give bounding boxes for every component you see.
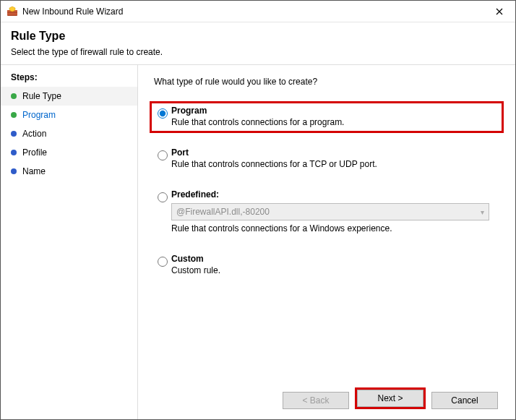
window-title: New Inbound Rule Wizard — [22, 7, 483, 17]
step-label: Program — [22, 108, 130, 121]
firewall-icon — [7, 6, 18, 17]
option-custom[interactable]: Custom Custom rule. — [150, 249, 504, 281]
steps-title: Steps: — [1, 69, 137, 87]
radio-custom[interactable] — [158, 257, 168, 267]
option-port[interactable]: Port Rule that controls connections for … — [150, 143, 504, 175]
option-predefined-desc: Rule that controls connections for a Win… — [171, 223, 498, 233]
rule-type-options: Program Rule that controls connections f… — [150, 101, 504, 281]
bullet-icon — [11, 131, 17, 137]
bullet-icon — [11, 150, 17, 155]
bullet-icon — [11, 93, 17, 99]
step-label: Action — [22, 127, 130, 140]
option-custom-desc: Custom rule. — [171, 265, 498, 275]
next-button-highlight: Next > — [355, 387, 426, 409]
step-label: Name — [22, 165, 130, 178]
step-rule-type[interactable]: Rule Type — [1, 87, 137, 106]
radio-predefined[interactable] — [158, 192, 168, 202]
radio-program[interactable] — [158, 108, 168, 119]
step-profile[interactable]: Profile — [1, 143, 137, 162]
step-label: Profile — [22, 146, 130, 159]
option-port-label: Port — [171, 147, 498, 158]
next-button[interactable]: Next > — [357, 390, 423, 407]
wizard-window: New Inbound Rule Wizard Rule Type Select… — [0, 0, 516, 420]
option-predefined-label: Predefined: — [171, 189, 498, 200]
predefined-select[interactable]: @FirewallAPI.dll,-80200 ▾ — [171, 203, 489, 220]
predefined-select-value: @FirewallAPI.dll,-80200 — [176, 207, 270, 217]
option-program-desc: Rule that controls connections for a pro… — [171, 117, 498, 127]
wizard-main: What type of rule would you like to crea… — [138, 65, 515, 419]
chevron-down-icon: ▾ — [481, 208, 484, 216]
back-button[interactable]: < Back — [283, 392, 349, 409]
step-program[interactable]: Program — [1, 106, 137, 124]
wizard-footer: < Back Next > Cancel — [150, 281, 504, 419]
option-program-label: Program — [171, 106, 498, 116]
svg-rect-2 — [7, 13, 17, 15]
bullet-icon — [11, 112, 17, 118]
step-label: Rule Type — [22, 90, 130, 103]
cancel-button[interactable]: Cancel — [431, 392, 498, 409]
steps-sidebar: Steps: Rule Type Program Action Profile … — [1, 65, 138, 419]
question-text: What type of rule would you like to crea… — [154, 77, 504, 87]
option-program[interactable]: Program Rule that controls connections f… — [150, 101, 504, 133]
radio-port[interactable] — [158, 150, 168, 160]
option-custom-label: Custom — [171, 254, 498, 264]
wizard-body: Steps: Rule Type Program Action Profile … — [1, 65, 515, 419]
close-button[interactable] — [483, 1, 515, 22]
wizard-header: Rule Type Select the type of firewall ru… — [1, 22, 515, 65]
step-name[interactable]: Name — [1, 162, 137, 181]
step-action[interactable]: Action — [1, 124, 137, 143]
option-predefined[interactable]: Predefined: @FirewallAPI.dll,-80200 ▾ Ru… — [150, 185, 504, 239]
page-title: Rule Type — [11, 30, 505, 43]
option-port-desc: Rule that controls connections for a TCP… — [171, 159, 498, 169]
bullet-icon — [11, 168, 17, 174]
titlebar: New Inbound Rule Wizard — [1, 1, 515, 22]
page-subtitle: Select the type of firewall rule to crea… — [11, 47, 505, 57]
